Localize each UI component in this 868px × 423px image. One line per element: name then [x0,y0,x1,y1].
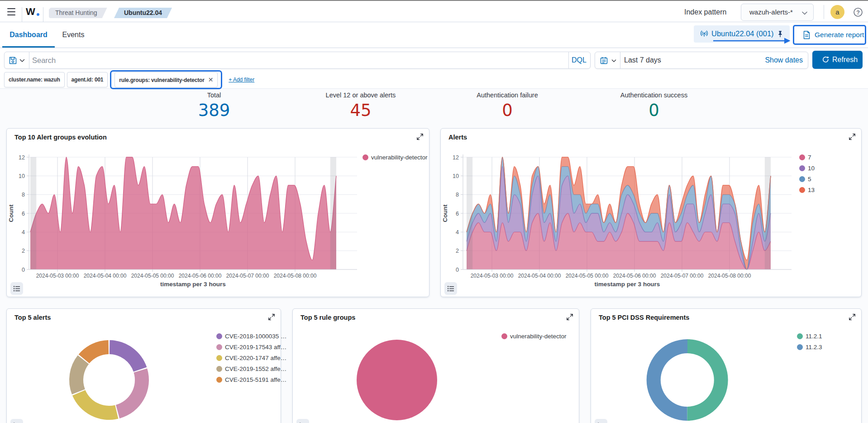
calendar-icon [600,57,608,64]
calendar-button[interactable] [595,52,620,68]
svg-text:2024-05-04 00:00: 2024-05-04 00:00 [84,273,127,279]
wazuh-logo[interactable]: W [26,6,35,18]
svg-text:2024-05-06 00:00: 2024-05-06 00:00 [179,273,222,279]
broadcast-icon [700,30,708,38]
svg-text:10: 10 [453,173,459,179]
menu-icon[interactable] [5,6,17,18]
legend-dot-icon [216,355,222,361]
search-input[interactable]: Search DQL [4,52,591,69]
breadcrumb-threat-hunting[interactable]: Threat Hunting [49,8,107,18]
legend-label: 11.2.3 [806,342,822,352]
legend-toggle-button[interactable] [444,282,457,295]
svg-text:10: 10 [19,173,25,179]
date-range-value[interactable]: Last 7 days [624,52,661,68]
legend-toggle-button[interactable] [10,282,23,295]
index-pattern-select[interactable]: wazuh-alerts-* [741,4,814,21]
tab-events[interactable]: Events [57,22,90,48]
save-query-button[interactable] [5,52,29,68]
svg-text:8: 8 [456,192,459,198]
svg-text:6: 6 [456,211,459,217]
legend-label: CVE-2019-17543 aff… [225,342,286,352]
legend-toggle-button[interactable] [10,419,23,423]
search-placeholder: Search [32,52,56,68]
stats-row: Total 389 Level 12 or above alerts 45 Au… [141,90,727,123]
divider [22,7,22,22]
svg-text:2024-05-04 00:00: 2024-05-04 00:00 [518,273,561,279]
legend-dot-icon [501,333,507,339]
svg-text:2024-05-05 00:00: 2024-05-05 00:00 [566,273,609,279]
filter-bar: cluster.name: wazuh agent.id: 001 rule.g… [4,72,254,87]
legend-dot-icon [216,366,222,372]
avatar[interactable]: a [830,5,844,19]
legend-dot-icon [797,344,803,350]
svg-text:4: 4 [22,229,25,236]
date-picker[interactable]: Last 7 days Show dates [595,52,808,69]
svg-text:4: 4 [456,229,459,236]
divider [620,52,620,68]
legend-label: CVE-2015-5191 affe… [225,375,286,385]
refresh-icon [822,56,829,63]
legend-toggle-button[interactable] [296,419,309,423]
panel-alert-groups-evolution: Top 10 Alert groups evolution 0246810122… [6,128,429,297]
list-icon [448,286,454,292]
svg-text:2024-05-07 00:00: 2024-05-07 00:00 [661,273,704,279]
legend-label: 7 [808,152,811,163]
divider [29,52,29,68]
divider [824,5,824,19]
active-tab-underline [2,46,55,48]
refresh-label: Refresh [832,51,858,69]
panel-top5-rule-groups: Top 5 rule groups vulnerability-detector [292,308,579,423]
legend-label: CVE-2020-1747 affe… [225,353,286,363]
legend-toggle-button[interactable] [595,419,607,423]
show-dates-link[interactable]: Show dates [765,52,803,68]
help-icon[interactable]: ? [853,7,863,18]
filter-pill-agent[interactable]: agent.id: 001 [67,72,108,87]
legend-dot-icon [216,333,222,339]
svg-text:2024-05-08 00:00: 2024-05-08 00:00 [708,273,751,279]
svg-text:2024-05-03 00:00: 2024-05-03 00:00 [471,273,514,279]
legend-dot-icon [799,154,805,160]
legend-label: CVE-2019-1552 affe… [225,364,286,374]
svg-text:2: 2 [22,248,25,254]
svg-text:12: 12 [19,154,25,161]
add-filter-link[interactable]: + Add filter [229,77,254,83]
legend-dot-icon [216,377,222,383]
stat-auth-failure: Authentication failure 0 [434,90,581,123]
legend-dot-icon [362,154,368,160]
chevron-down-icon [801,10,808,16]
report-icon [803,31,811,39]
filter-pill-rule-groups[interactable]: rule.groups: vulnerability-detector✕ [114,72,218,87]
svg-text:timestamp per 3 hours: timestamp per 3 hours [160,281,226,288]
stat-auth-success: Authentication success 0 [581,90,727,123]
legend-dot-icon [799,187,805,193]
svg-text:2: 2 [456,248,459,254]
legend-dot-icon [799,165,805,171]
remove-filter-icon[interactable]: ✕ [208,72,214,87]
chevron-down-icon [19,58,25,63]
legend-label: 13 [808,185,815,195]
annotation-box-filter: rule.groups: vulnerability-detector✕ [110,70,222,89]
legend-label: 5 [808,174,811,184]
svg-text:12: 12 [453,154,459,161]
list-icon [14,286,20,292]
top-header: W Threat Hunting Ubuntu22.04 Index patte… [0,1,868,22]
panel-top5-alerts: Top 5 alerts CVE-2018-1000035 …CVE-2019-… [6,308,281,423]
legend-label: vulnerability-detector [510,331,567,341]
legend-dot-icon [799,176,805,182]
index-pattern-label: Index pattern [684,8,726,16]
generate-report-button[interactable]: Generate report [793,25,866,45]
legend-dot-icon [797,333,803,339]
filter-pill-cluster[interactable]: cluster.name: wazuh [4,72,65,87]
svg-text:0: 0 [22,267,25,273]
annotation-arrow [712,36,794,46]
search-section: Search DQL Last 7 days Show dat [0,48,868,89]
svg-text:2024-05-03 00:00: 2024-05-03 00:00 [36,273,79,279]
legend-label: CVE-2018-1000035 … [225,331,287,341]
tab-dashboard[interactable]: Dashboard [2,22,55,48]
refresh-button[interactable]: Refresh [812,51,863,69]
breadcrumb-agent[interactable]: Ubuntu22.04 [114,8,172,18]
legend-dot-icon [216,344,222,350]
svg-text:8: 8 [22,192,25,198]
svg-text:2024-05-08 00:00: 2024-05-08 00:00 [274,273,317,279]
query-language-button[interactable]: DQL [568,52,590,68]
